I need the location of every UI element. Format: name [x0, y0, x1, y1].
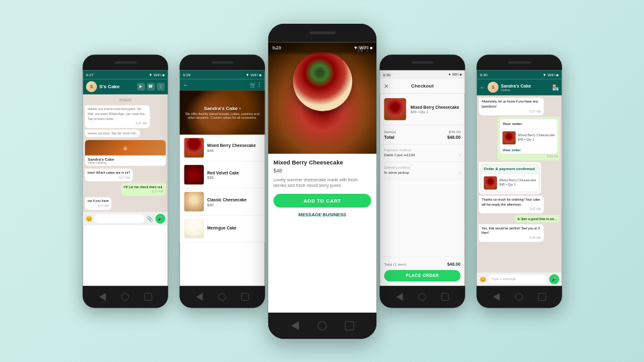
your-order-card[interactable]: Your order Mixed Berry Cheesecake $48 • …: [499, 118, 558, 154]
product-name-2: Red Velvet Cake: [207, 169, 260, 174]
home-nav-3[interactable]: [317, 321, 326, 330]
checkout-item-thumbnail: [384, 98, 406, 120]
bubble-time-sent-1: 9:27 AM: [123, 190, 163, 194]
payment-chevron: ›: [459, 153, 460, 158]
phone-5-notch: [476, 54, 561, 70]
delivery-label: Delivery method: [384, 165, 460, 169]
checkout-item-detail: $48 • Qty 1: [410, 109, 460, 113]
back-arrow-5[interactable]: ←: [480, 84, 485, 90]
phone-5-header: ← S Sandra's Cake Online 🏪: [476, 79, 561, 95]
mic-button[interactable]: 🎤: [155, 214, 165, 224]
store-description: We offer freshly baked breads, cakes, pa…: [179, 113, 264, 119]
chat-bubble-1: details are end-to-end encrypted. No tha…: [84, 105, 149, 128]
confirmed-info: Mixed Berry Cheesecake $48 • Qty 1: [499, 178, 536, 187]
back-nav-3[interactable]: [291, 321, 299, 330]
video-call-icon[interactable]: ▶: [137, 83, 144, 90]
add-to-cart-button[interactable]: ADD TO CART: [273, 194, 371, 208]
recents-nav-3[interactable]: [345, 321, 354, 330]
phone-2-screen: 9:29 ▼ WiFi ■ ← 🛒 ⋮ Sandra's Cake › We o…: [179, 70, 264, 286]
phone-1-title: S's Cake: [99, 84, 134, 89]
home-nav-2[interactable]: [218, 293, 225, 300]
phone-2: 9:29 ▼ WiFi ■ ← 🛒 ⋮ Sandra's Cake › We o…: [179, 54, 264, 308]
phone-5-wrapper: 9:30 ▼ WiFi ■ ← S Sandra's Cake Online 🏪: [476, 54, 561, 308]
confirmed-thumb: [483, 176, 496, 189]
cheesecake-thumb-image: [184, 138, 204, 158]
place-order-button[interactable]: PLACE ORDER: [384, 269, 460, 281]
chat-bubble-sent-1: Hi! Let me check them out. 9:27 AM: [121, 183, 166, 195]
phone-3: 9:29 ▼ WiFi ■ ← 🛒 ⋮: [268, 24, 376, 339]
items-label: Item(s): [384, 129, 396, 133]
voice-call-icon[interactable]: ☎: [147, 83, 154, 90]
meringue-thumb-image: [184, 218, 204, 238]
recents-nav[interactable]: [144, 293, 151, 300]
phone-4-speaker: [411, 61, 433, 64]
message-business-button[interactable]: MESSAGE BUSINESS: [273, 210, 371, 219]
status-time-3: 9:29: [272, 45, 281, 49]
catalog-card[interactable]: 🎂 Sandra's Cake View catalog: [84, 140, 165, 166]
menu-icon[interactable]: ⋮: [157, 83, 164, 90]
contact-info: Sandra's Cake Online: [501, 83, 550, 91]
redvelvet-thumb-image: [184, 164, 204, 184]
phone-1-input-bar: 😊 📎 🎤: [83, 212, 168, 225]
phone-2-wrapper: 9:29 ▼ WiFi ■ ← 🛒 ⋮ Sandra's Cake › We o…: [179, 54, 264, 308]
product-item-4[interactable]: Meringue Cake: [179, 215, 264, 242]
home-nav-4[interactable]: [418, 293, 425, 300]
payment-method[interactable]: Payment method Debit Card ••1234 ›: [380, 144, 465, 161]
phone-1-screen: 9:27 ▼ WiFi ■ S S's Cake ▶ ☎ ⋮: [83, 70, 168, 286]
phone-2-header: ← 🛒 ⋮: [179, 79, 264, 90]
dots-icon-2[interactable]: ⋮: [256, 81, 261, 88]
product-item-1[interactable]: Mixed Berry Cheesecake $48: [179, 134, 264, 161]
back-nav-5[interactable]: [493, 293, 500, 300]
phone-3-notch: [268, 24, 376, 42]
phone-4-status-bar: 9:30 ▼ WiFi ■: [380, 70, 465, 79]
product-thumb-1: [184, 138, 204, 158]
back-nav[interactable]: [99, 293, 106, 300]
checkout-header: ✕ Checkout: [380, 79, 465, 94]
store-name[interactable]: Sandra's Cake ›: [203, 106, 240, 111]
close-icon[interactable]: ✕: [384, 83, 388, 89]
type-message-field[interactable]: Type a message: [488, 274, 546, 283]
product-item-2[interactable]: Red Velvet Cake $36: [179, 161, 264, 188]
p5-order-confirm: Order & payment confirmed Mixed Berry Ch…: [478, 161, 540, 193]
product-detail-desc: Lovely summer cheesecake made with fresh…: [273, 176, 371, 188]
emoji-icon[interactable]: 😊: [85, 216, 92, 222]
product-name-1: Mixed Berry Cheesecake: [207, 143, 260, 148]
recents-nav-5[interactable]: [538, 293, 545, 300]
store-icon-5[interactable]: 🏪: [551, 84, 558, 90]
bubble-time-1: 9:27 AM: [88, 122, 147, 126]
back-arrow-2[interactable]: ←: [183, 81, 188, 88]
product-price-2: $36: [207, 175, 260, 179]
back-nav-2[interactable]: [196, 293, 203, 300]
product-name-3: Classic Cheesecake: [207, 197, 260, 202]
back-nav-4[interactable]: [396, 293, 403, 300]
phone-3-wrapper: 9:29 ▼ WiFi ■ ← 🛒 ⋮: [268, 24, 376, 339]
message-input[interactable]: [94, 214, 144, 223]
phone-1-bottom: [83, 286, 168, 308]
phone-3-status-bar: 9:29 ▼ WiFi ■: [268, 42, 376, 53]
recents-nav-2[interactable]: [241, 293, 248, 300]
phone-4-screen: 9:30 ▼ WiFi ■ ✕ Checkout Mixed Berry Che…: [380, 70, 465, 286]
payment-value: Debit Card ••1234 ›: [384, 153, 460, 158]
recents-nav-4[interactable]: [441, 293, 448, 300]
delivery-value: In store pickup ›: [384, 170, 460, 175]
checkout-item-info: Mixed Berry Cheesecake $48 • Qty 1: [410, 104, 460, 113]
status-icons-2: ▼ WiFi ■: [245, 73, 261, 76]
checkout-item-name: Mixed Berry Cheesecake: [410, 104, 460, 109]
product-item-3[interactable]: Classic Cheesecake $30: [179, 188, 264, 215]
delivery-method[interactable]: Delivery method In store pickup ›: [380, 162, 465, 179]
contact-avatar: S: [487, 81, 498, 93]
phone-5-speaker: [508, 61, 530, 64]
cart-icon-2[interactable]: 🛒: [249, 81, 256, 88]
home-nav-5[interactable]: [515, 293, 522, 300]
product-info-3: Classic Cheesecake $30: [207, 197, 260, 206]
contact-status: Online: [501, 88, 550, 91]
phone-4: 9:30 ▼ WiFi ■ ✕ Checkout Mixed Berry Che…: [380, 54, 465, 308]
home-nav[interactable]: [121, 293, 128, 300]
mic-button-5[interactable]: 🎤: [549, 274, 559, 284]
emoji-icon-5[interactable]: 😊: [479, 276, 486, 282]
phone-1-header: S S's Cake ▶ ☎ ⋮: [83, 79, 168, 94]
product-detail-price: $48: [273, 168, 371, 174]
view-order-link[interactable]: View order: [500, 146, 557, 153]
attachment-icon[interactable]: 📎: [146, 216, 153, 222]
phone-3-speaker: [309, 31, 335, 34]
